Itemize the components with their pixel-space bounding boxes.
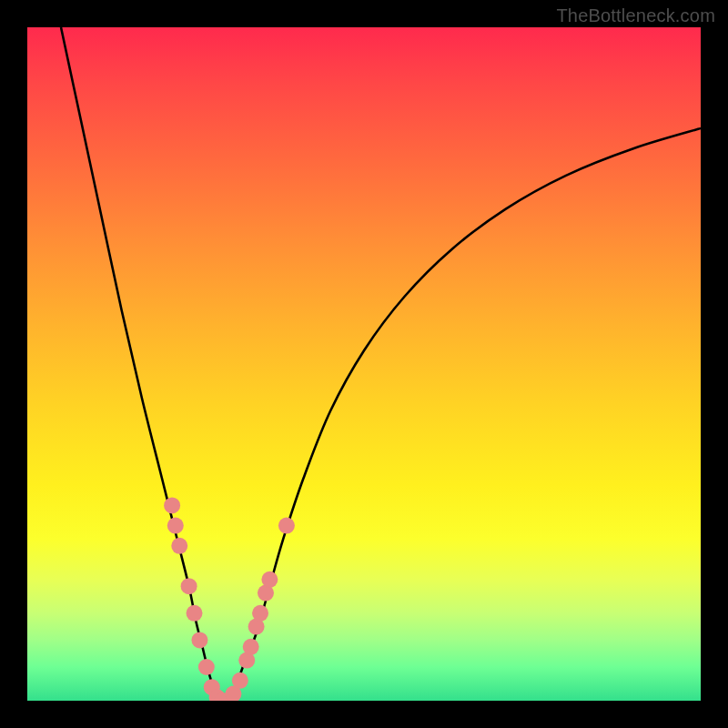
chart-frame: TheBottleneck.com	[0, 0, 728, 728]
watermark-text: TheBottleneck.com	[556, 5, 715, 26]
data-marker	[261, 571, 278, 588]
bottleneck-curve	[61, 27, 701, 701]
marker-layer	[164, 497, 295, 701]
data-marker	[252, 605, 268, 622]
data-marker	[191, 632, 207, 648]
data-marker	[198, 659, 215, 675]
data-marker	[167, 518, 184, 534]
data-marker	[181, 578, 197, 594]
data-marker	[187, 605, 203, 622]
data-marker	[171, 538, 187, 554]
data-marker	[164, 497, 180, 513]
data-marker	[243, 639, 259, 655]
data-marker	[232, 672, 248, 689]
chart-svg	[27, 27, 701, 701]
curve-layer	[61, 27, 701, 701]
data-marker	[278, 518, 295, 534]
chart-plot-area	[27, 27, 701, 701]
